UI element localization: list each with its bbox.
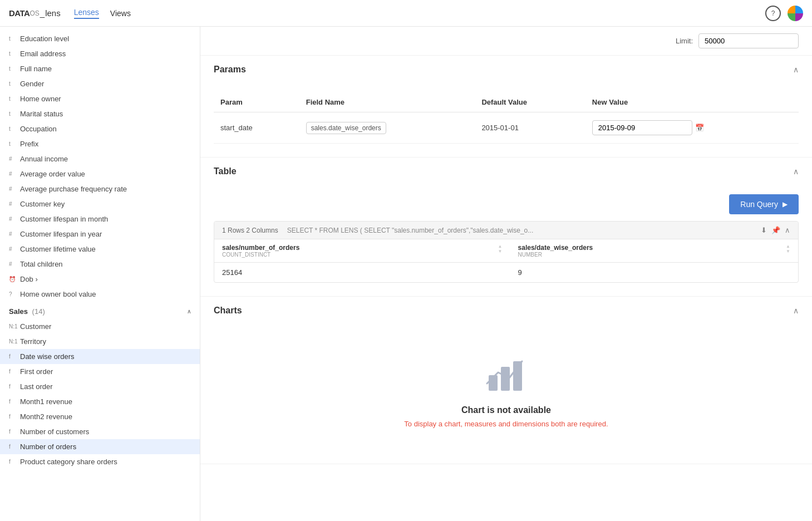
field-item-label: Customer lifespan in month bbox=[20, 215, 191, 223]
field-type-badge: t bbox=[9, 111, 16, 117]
sidebar-field-item[interactable]: tOccupation bbox=[0, 121, 200, 136]
run-query-button[interactable]: Run Query ▶ bbox=[729, 194, 799, 214]
field-type-badge: # bbox=[9, 186, 16, 192]
sidebar-sales-item[interactable]: fDate wise orders bbox=[0, 349, 200, 364]
new-value-date-input[interactable] bbox=[598, 124, 692, 132]
sidebar-field-item[interactable]: tFull name bbox=[0, 61, 200, 76]
field-item-label: Prefix bbox=[20, 140, 191, 148]
field-item-label: Home owner bool value bbox=[20, 290, 191, 298]
query-result-box: 1 Rows 2 Columns SELECT * FROM LENS ( SE… bbox=[214, 221, 799, 283]
field-item-label: Education level bbox=[20, 35, 191, 43]
sidebar-field-item[interactable]: tEducation level bbox=[0, 31, 200, 46]
field-type-badge: # bbox=[9, 261, 16, 267]
sidebar-field-item[interactable]: tPrefix bbox=[0, 136, 200, 151]
sales-item-label: Territory bbox=[20, 337, 191, 346]
field-type-badge: t bbox=[9, 141, 16, 147]
user-avatar-icon[interactable] bbox=[788, 6, 803, 21]
field-type-badge: # bbox=[9, 231, 16, 237]
sales-item-type-badge: f bbox=[9, 399, 16, 405]
sales-item-type-badge: f bbox=[9, 384, 16, 390]
nav-link-views[interactable]: Views bbox=[110, 9, 131, 18]
sidebar-sales-item[interactable]: fNumber of customers bbox=[0, 424, 200, 439]
sales-item-type-badge: f bbox=[9, 459, 16, 465]
new-value-date-input-wrap[interactable]: 📅 bbox=[592, 120, 692, 135]
params-cell-newvalue: 📅 bbox=[585, 112, 799, 144]
field-item-label: Customer lifespan in year bbox=[20, 230, 191, 238]
col2-sort-arrows[interactable]: ▲▼ bbox=[786, 244, 790, 254]
sidebar-sales-item[interactable]: fFirst order bbox=[0, 364, 200, 379]
field-item-label: Annual income bbox=[20, 155, 191, 163]
sidebar-sales-item[interactable]: fLast order bbox=[0, 379, 200, 394]
sales-item-label: Date wise orders bbox=[20, 352, 191, 361]
sidebar-field-item[interactable]: tGender bbox=[0, 76, 200, 91]
sidebar-field-item[interactable]: #Customer lifespan in month bbox=[0, 212, 200, 227]
sales-item-label: Customer bbox=[20, 322, 191, 331]
chart-unavailable-icon bbox=[225, 356, 788, 396]
sidebar-field-item[interactable]: #Customer lifespan in year bbox=[0, 227, 200, 242]
sidebar-field-item[interactable]: #Total children bbox=[0, 257, 200, 272]
field-item-label: Total children bbox=[20, 260, 191, 268]
field-item-label: Customer lifetime value bbox=[20, 245, 191, 253]
charts-empty-state: Chart is not available To display a char… bbox=[214, 333, 799, 450]
sidebar-sales-item[interactable]: N:1Territory bbox=[0, 334, 200, 349]
col2-name: sales/date_wise_orders bbox=[518, 244, 593, 252]
field-item-label: Occupation bbox=[20, 125, 191, 133]
sidebar-sales-item[interactable]: fNumber of orders bbox=[0, 439, 200, 454]
sidebar-field-item[interactable]: #Customer lifetime value bbox=[0, 242, 200, 257]
help-icon[interactable]: ? bbox=[765, 6, 781, 21]
sidebar-field-item[interactable]: #Customer key bbox=[0, 196, 200, 212]
sidebar-field-item[interactable]: ?Home owner bool value bbox=[0, 287, 200, 302]
sales-item-type-badge: f bbox=[9, 353, 16, 360]
sidebar-sales-item[interactable]: N:1Customer bbox=[0, 319, 200, 334]
field-type-badge: t bbox=[9, 36, 16, 42]
sidebar-field-item[interactable]: ⏰Dob › bbox=[0, 272, 200, 287]
data-table-row: 25164 9 bbox=[214, 263, 798, 283]
params-col-default: Default Value bbox=[475, 92, 585, 112]
field-type-badge: # bbox=[9, 156, 16, 162]
table-section-body: Run Query ▶ 1 Rows 2 Columns SELECT * FR… bbox=[200, 185, 812, 296]
sidebar-field-item[interactable]: #Annual income bbox=[0, 151, 200, 166]
col1-sort-arrows[interactable]: ▲▼ bbox=[498, 244, 503, 254]
field-type-badge: ? bbox=[9, 291, 16, 297]
field-type-badge: t bbox=[9, 96, 16, 102]
sidebar-field-item[interactable]: tHome owner bbox=[0, 91, 200, 106]
sidebar-section-sales[interactable]: Sales (14) ∧ bbox=[0, 302, 200, 319]
logo[interactable]: DATAOS _lens bbox=[9, 8, 61, 18]
sidebar-field-item[interactable]: tMarital status bbox=[0, 106, 200, 121]
table-section-header[interactable]: Table ∧ bbox=[200, 158, 812, 185]
nav-link-lenses[interactable]: Lenses bbox=[74, 8, 99, 19]
top-navigation: DATAOS _lens Lenses Views ? bbox=[0, 0, 812, 27]
sales-item-label: First order bbox=[20, 367, 191, 376]
sidebar-field-item[interactable]: #Average purchase frequency rate bbox=[0, 181, 200, 196]
data-cell-col1: 25164 bbox=[214, 263, 510, 283]
sidebar-field-item[interactable]: #Average order value bbox=[0, 166, 200, 181]
sidebar-sales-item[interactable]: fMonth1 revenue bbox=[0, 394, 200, 409]
params-cell-param: start_date bbox=[214, 112, 299, 144]
charts-section-header[interactable]: Charts ∧ bbox=[200, 297, 812, 325]
params-section-body: Param Field Name Default Value New Value… bbox=[200, 83, 812, 157]
expand-icon[interactable]: ∧ bbox=[785, 226, 790, 234]
download-icon[interactable]: ⬇ bbox=[761, 226, 767, 234]
sales-item-label: Number of orders bbox=[20, 443, 191, 451]
sales-item-type-badge: f bbox=[9, 368, 16, 375]
params-table: Param Field Name Default Value New Value… bbox=[214, 92, 799, 144]
sales-section-chevron: ∧ bbox=[187, 308, 191, 314]
field-type-badge: t bbox=[9, 81, 16, 87]
pin-icon[interactable]: 📌 bbox=[771, 226, 780, 234]
field-item-label: Marital status bbox=[20, 110, 191, 118]
data-cell-col2: 9 bbox=[510, 263, 798, 283]
field-item-label: Average order value bbox=[20, 170, 191, 178]
limit-input[interactable] bbox=[698, 33, 799, 48]
table-section: Table ∧ Run Query ▶ 1 Rows 2 Columns SEL… bbox=[200, 158, 812, 297]
run-query-arrow-icon: ▶ bbox=[783, 200, 788, 208]
sidebar-sales-item[interactable]: fMonth2 revenue bbox=[0, 409, 200, 424]
sidebar-sales-item[interactable]: fProduct category share orders bbox=[0, 454, 200, 469]
sidebar-field-item[interactable]: tEmail address bbox=[0, 46, 200, 61]
field-item-label: Average purchase frequency rate bbox=[20, 185, 191, 193]
sidebar-sales-items-list: N:1CustomerN:1TerritoryfDate wise orders… bbox=[0, 319, 200, 469]
main-layout: tEducation leveltEmail addresstFull name… bbox=[0, 27, 812, 521]
params-section-header[interactable]: Params ∧ bbox=[200, 56, 812, 83]
params-section-title: Params bbox=[214, 65, 246, 75]
params-col-param: Param bbox=[214, 92, 299, 112]
field-type-badge: # bbox=[9, 171, 16, 177]
